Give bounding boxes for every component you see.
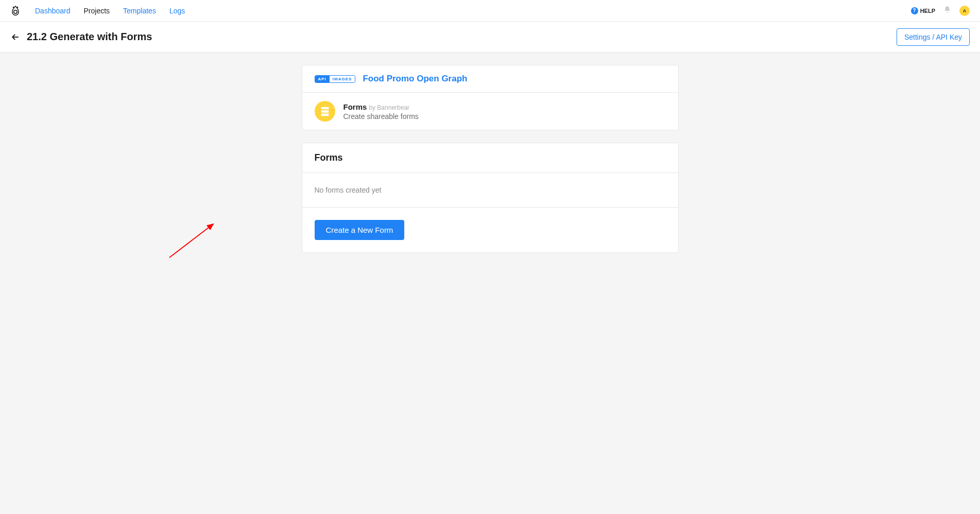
badge-api: API <box>315 76 330 82</box>
back-arrow-icon[interactable] <box>10 32 21 42</box>
user-avatar[interactable]: A <box>959 6 970 16</box>
template-header: API IMAGES Food Promo Open Graph <box>302 65 678 93</box>
svg-rect-5 <box>321 114 329 116</box>
svg-rect-4 <box>321 110 329 113</box>
forms-empty-message: No forms created yet <box>315 186 382 194</box>
integration-info: Forms by Bannerbear Create shareable for… <box>343 102 419 121</box>
nav-projects[interactable]: Projects <box>84 7 110 15</box>
forms-card-footer: Create a New Form <box>302 208 678 252</box>
integration-title-row: Forms by Bannerbear <box>343 102 419 111</box>
nav-links: Dashboard Projects Templates Logs <box>35 7 911 15</box>
forms-card-header: Forms <box>302 143 678 173</box>
help-label: HELP <box>920 8 935 14</box>
forms-title: Forms <box>315 152 666 163</box>
nav-templates[interactable]: Templates <box>123 7 156 15</box>
nav-logs[interactable]: Logs <box>169 7 185 15</box>
template-card: API IMAGES Food Promo Open Graph Forms <box>302 65 679 130</box>
page-title: 21.2 Generate with Forms <box>27 31 152 43</box>
api-images-badge: API IMAGES <box>315 75 356 83</box>
notifications-icon[interactable] <box>943 6 951 15</box>
content: API IMAGES Food Promo Open Graph Forms <box>0 53 980 278</box>
forms-integration-icon <box>315 101 335 122</box>
top-nav: Dashboard Projects Templates Logs ? HELP… <box>0 0 980 22</box>
badge-images: IMAGES <box>330 76 355 82</box>
settings-api-key-button[interactable]: Settings / API Key <box>897 28 970 46</box>
nav-right: ? HELP A <box>911 6 970 16</box>
svg-point-2 <box>17 6 19 8</box>
forms-card: Forms No forms created yet Create a New … <box>302 143 679 253</box>
integration-by: by Bannerbear <box>369 104 409 111</box>
create-new-form-button[interactable]: Create a New Form <box>315 220 405 240</box>
container: API IMAGES Food Promo Open Graph Forms <box>302 65 679 265</box>
svg-point-1 <box>13 6 14 8</box>
forms-card-body: No forms created yet <box>302 173 678 208</box>
integration-desc: Create shareable forms <box>343 112 419 121</box>
sub-header-left: 21.2 Generate with Forms <box>10 31 152 43</box>
integration-title: Forms <box>343 102 367 111</box>
svg-point-0 <box>14 10 17 13</box>
nav-dashboard[interactable]: Dashboard <box>35 7 71 15</box>
help-icon: ? <box>911 7 918 14</box>
svg-rect-3 <box>321 107 329 110</box>
help-link[interactable]: ? HELP <box>911 7 935 14</box>
integration-row: Forms by Bannerbear Create shareable for… <box>302 93 678 130</box>
sub-header: 21.2 Generate with Forms Settings / API … <box>0 22 980 53</box>
app-logo[interactable] <box>10 6 21 16</box>
template-name-link[interactable]: Food Promo Open Graph <box>363 74 467 84</box>
